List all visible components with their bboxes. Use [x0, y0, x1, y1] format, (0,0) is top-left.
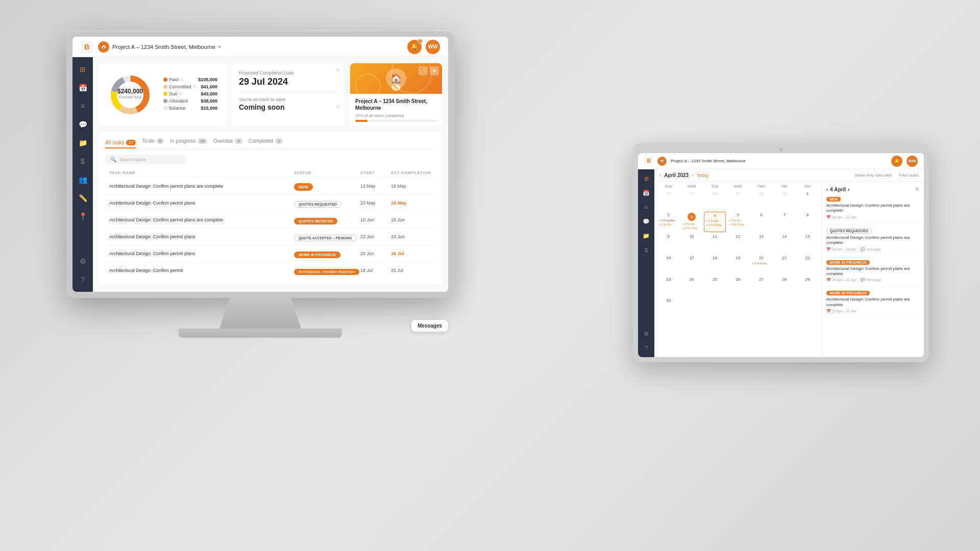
cal-cell-25[interactable]: 25: [704, 276, 726, 296]
cal-cell-31[interactable]: 31: [773, 190, 795, 211]
project-selector[interactable]: 🏠 Project A – 1234 Smith Street, Melbour…: [98, 41, 221, 53]
edit-pencil-icon[interactable]: ✏️: [419, 66, 428, 76]
tablet-notification-btn[interactable]: 🔔: [891, 156, 902, 167]
col-status: STATUS: [294, 170, 360, 175]
cal-cell-17[interactable]: 17: [680, 255, 702, 275]
cal-cell-27b[interactable]: 27: [750, 276, 772, 296]
cal-event: + 3 In Prog.: [728, 222, 747, 227]
sidebar-item-list[interactable]: ≡: [75, 98, 91, 114]
cal-cell-19[interactable]: 19: [727, 255, 749, 275]
cal-cell-11[interactable]: 11: [704, 233, 726, 254]
cal-cell-5[interactable]: 5 • 3 To Do + 3 In Prog.: [727, 212, 749, 232]
cal-cell-12[interactable]: 12: [727, 233, 749, 254]
tablet-sidebar-settings[interactable]: ⚙: [640, 328, 652, 340]
task-name: Architectural Design: Confirm permit pla…: [109, 217, 294, 222]
svg-text:Forecast Total: Forecast Total: [119, 95, 141, 99]
sidebar-item-edit[interactable]: ✏️: [75, 190, 91, 206]
filter-tasks-text: Filter tasks: [899, 173, 919, 178]
cal-cell-1[interactable]: 1: [797, 190, 819, 211]
close-icon[interactable]: ✕: [336, 67, 340, 73]
search-input[interactable]: Search tasks: [119, 157, 146, 162]
close-day-panel[interactable]: ✕: [915, 186, 920, 193]
cal-cell-24[interactable]: 24: [680, 276, 702, 296]
cal-cell-3-today[interactable]: 3 • 2 To Do + 2 In Prog.: [680, 212, 702, 232]
tablet-sidebar-list[interactable]: ≡: [640, 201, 652, 213]
chevron-left-icon[interactable]: ‹: [826, 187, 828, 192]
completion-card: ✕ Projected Completion Date 29 Jul 2024 …: [232, 63, 344, 126]
tab-completed[interactable]: Completed 1: [249, 138, 283, 146]
progress-bar-fill: [355, 120, 368, 122]
status-badge: IN PROGRESS – PAYMENT REQUIRED: [294, 269, 359, 275]
close-icon-2[interactable]: ✕: [336, 104, 340, 110]
cal-cell-9[interactable]: 9: [657, 233, 679, 254]
settings-icon[interactable]: ⚙: [430, 66, 439, 76]
notification-button[interactable]: 🔔 2: [407, 40, 422, 54]
tab-overdue-label: Overdue: [213, 138, 233, 144]
tablet-sidebar-budget[interactable]: $: [640, 244, 652, 256]
search-icon: 🔍: [110, 157, 116, 162]
cal-event: + 6 queues: [752, 261, 771, 265]
cal-cell-20[interactable]: 20 + 6 queues: [750, 255, 772, 275]
cal-cell-6[interactable]: 6: [750, 212, 772, 232]
sidebar-item-budget[interactable]: $: [75, 153, 91, 169]
tablet-sidebar-calendar[interactable]: 📅: [640, 187, 652, 199]
cal-cell-30b[interactable]: 30: [657, 297, 679, 318]
cal-cell-23[interactable]: 23: [657, 276, 679, 296]
cal-cell-13[interactable]: 13: [750, 233, 772, 254]
cal-cell-10[interactable]: 10: [680, 233, 702, 254]
cal-cell-18[interactable]: 18: [704, 255, 726, 275]
cal-cell-2[interactable]: 2 • 1 Overdue • 2 To Do: [657, 212, 679, 232]
cal-cell-28[interactable]: 28: [704, 190, 726, 211]
panel-task-meta: 📅 16 Apr – 21 Apr: [826, 309, 920, 313]
cal-cell-26[interactable]: 26: [657, 190, 679, 211]
cal-cell-7[interactable]: 7: [773, 212, 795, 232]
tablet-sidebar-files[interactable]: 📁: [640, 230, 652, 242]
cal-cell-30[interactable]: 30: [750, 190, 772, 211]
sidebar-item-calendar[interactable]: 📅: [75, 80, 91, 96]
task-end-date: 20 Jul: [391, 268, 432, 273]
panel-task-item: NEW Architectural Design: Confirm permit…: [826, 197, 920, 224]
sidebar-item-help[interactable]: ?: [75, 271, 91, 288]
cal-cell-15[interactable]: 15: [797, 233, 819, 254]
tablet-sidebar-messages[interactable]: 💬: [640, 215, 652, 228]
banner-avatar-edit[interactable]: ✏️: [391, 82, 401, 91]
day-wed: WED: [727, 185, 749, 188]
cal-cell-28b[interactable]: 28: [773, 276, 795, 296]
app-logo: B: [81, 41, 93, 53]
bell-icon: 🔔: [411, 43, 418, 50]
cal-next-btn[interactable]: ›: [692, 172, 693, 178]
tab-all-tasks[interactable]: All tasks 27: [105, 140, 136, 148]
cal-prev-btn[interactable]: ‹: [659, 172, 661, 178]
user-avatar[interactable]: WW: [426, 40, 440, 54]
sidebar-item-dashboard[interactable]: ⊞: [75, 61, 91, 78]
tab-overdue[interactable]: Overdue 4: [213, 138, 242, 146]
badge-in-progress: 18: [198, 138, 207, 144]
cal-cell-29b[interactable]: 29: [797, 276, 819, 296]
cal-cell-22[interactable]: 22: [797, 255, 819, 275]
sidebar-item-files[interactable]: 📁: [75, 135, 91, 151]
legend-value-allocated: $38,000: [201, 98, 217, 104]
sidebar-item-location[interactable]: 📍: [75, 208, 91, 224]
panel-task-item: WORK IN PROGRESS Architectural Design: C…: [826, 291, 920, 318]
tab-todo[interactable]: To do 8: [142, 138, 164, 146]
tablet-sidebar-help[interactable]: ?: [640, 342, 652, 354]
search-bar[interactable]: 🔍 Search tasks: [105, 155, 187, 164]
tablet-sidebar-dashboard[interactable]: ⊞: [640, 172, 652, 185]
cal-cell-4[interactable]: 4 • 3 To Do + 2 In Prog.: [704, 212, 726, 232]
chevron-right-icon[interactable]: ›: [848, 187, 849, 192]
coming-soon-value: Coming soon: [239, 103, 337, 111]
cal-cell-16[interactable]: 16: [657, 255, 679, 275]
cal-cell-8[interactable]: 8: [797, 212, 819, 232]
cal-cell-29[interactable]: 29: [727, 190, 749, 211]
cal-today-btn[interactable]: Today: [697, 173, 709, 178]
sidebar-item-team[interactable]: 👥: [75, 171, 91, 188]
cal-cell-14[interactable]: 14: [773, 233, 795, 254]
cal-cell-27[interactable]: 27: [680, 190, 702, 211]
sidebar-item-messages[interactable]: 💬: [75, 116, 91, 133]
sidebar-item-settings[interactable]: ⚙: [75, 253, 91, 269]
tab-in-progress[interactable]: In progress 18: [170, 138, 207, 146]
cal-cell-21[interactable]: 21: [773, 255, 795, 275]
panel-date-range: 📅 16 Apr – 21 Apr: [826, 215, 856, 219]
cal-cell-26b[interactable]: 26: [727, 276, 749, 296]
tablet-avatar[interactable]: WW: [906, 156, 918, 167]
